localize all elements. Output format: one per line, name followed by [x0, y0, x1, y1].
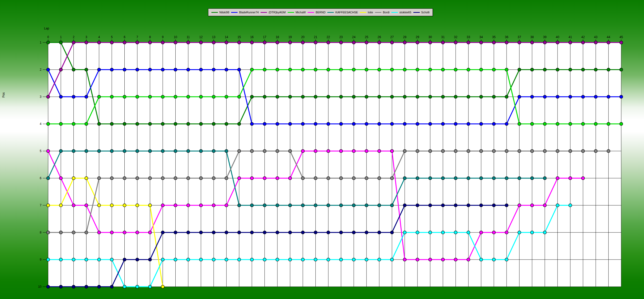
- data-point-bernd: [187, 204, 190, 207]
- data-point-dtr-byagm: [403, 41, 406, 44]
- data-point-dtr-byagm: [620, 41, 623, 44]
- data-point-dtr-byagm: [556, 41, 559, 44]
- data-point-nilski98: [352, 95, 356, 99]
- data-point-stokkie65: [505, 258, 508, 261]
- data-point-dtr-byagm: [352, 41, 356, 44]
- data-point-bordi: [556, 150, 559, 153]
- data-point-bordi: [276, 150, 279, 153]
- data-point-kaffeesachse: [505, 177, 508, 180]
- data-point-bladerunner74: [543, 95, 546, 99]
- data-point-nilski98: [441, 95, 445, 99]
- data-point-bladerunner74: [238, 68, 241, 71]
- data-point-stokkie65: [454, 231, 457, 234]
- data-point-dtr-byagm: [174, 41, 177, 44]
- data-point-scholli: [428, 204, 432, 207]
- data-point-bordi: [199, 177, 203, 180]
- data-point-bladerunner74: [518, 95, 521, 99]
- data-point-stokkie65: [123, 285, 126, 289]
- data-point-stokkie65: [47, 258, 50, 261]
- data-point-dtr-byagm: [454, 41, 457, 44]
- data-point-bladerunner74: [505, 122, 508, 126]
- y-tick-label: 8: [40, 231, 41, 234]
- x-tick-label: 42: [581, 35, 585, 39]
- data-point-bordi: [378, 177, 381, 180]
- data-point-bordi: [428, 150, 432, 153]
- data-point-loite: [110, 204, 113, 207]
- data-point-scholli: [212, 231, 216, 234]
- data-point-bordi: [365, 177, 368, 180]
- data-point-stokkie65: [301, 258, 305, 261]
- legend: Nilski98BladeRunner74(DTR)byAGMMichaWBER…: [208, 8, 433, 16]
- y-tick-label: 3: [40, 95, 41, 99]
- data-point-dtr-byagm: [569, 41, 572, 44]
- data-point-bladerunner74: [378, 122, 381, 126]
- data-point-scholli: [479, 204, 483, 207]
- data-point-dtr-byagm: [441, 41, 445, 44]
- data-point-bordi: [263, 150, 266, 153]
- data-point-bordi: [288, 150, 292, 153]
- data-point-bordi: [607, 150, 610, 153]
- data-point-bladerunner74: [174, 68, 177, 71]
- data-point-scholli: [467, 204, 470, 207]
- data-point-bordi: [314, 177, 317, 180]
- data-point-scholli: [339, 231, 343, 234]
- data-point-dtr-byagm: [428, 41, 432, 44]
- data-point-michaw: [492, 68, 496, 71]
- data-point-bernd: [110, 231, 113, 234]
- legend-label: (DTR)byAGM: [269, 11, 286, 14]
- data-point-scholli: [161, 231, 165, 234]
- data-point-dtr-byagm: [543, 41, 546, 44]
- data-point-bernd: [530, 204, 534, 207]
- data-point-bladerunner74: [569, 95, 572, 99]
- data-point-bernd: [441, 258, 445, 261]
- legend-swatch-bernd: [308, 12, 314, 13]
- data-point-michaw: [225, 95, 228, 99]
- data-point-kaffeesachse: [327, 204, 330, 207]
- data-point-scholli: [98, 285, 101, 289]
- x-tick-label: 22: [327, 35, 330, 39]
- data-point-bladerunner74: [288, 122, 292, 126]
- data-point-dtr-byagm: [85, 41, 88, 44]
- data-point-scholli: [492, 204, 496, 207]
- x-tick-label: 9: [162, 35, 164, 39]
- data-point-kaffeesachse: [390, 204, 394, 207]
- data-point-stokkie65: [110, 258, 113, 261]
- data-point-dtr-byagm: [199, 41, 203, 44]
- legend-swatch-michaw: [288, 12, 294, 13]
- data-point-bernd: [276, 177, 279, 180]
- data-point-kaffeesachse: [187, 150, 190, 153]
- x-tick-label: 37: [518, 35, 521, 39]
- data-point-nilski98: [378, 95, 381, 99]
- data-point-kaffeesachse: [250, 204, 254, 207]
- data-point-bernd: [365, 150, 368, 153]
- x-tick-label: 29: [416, 35, 419, 39]
- data-point-bernd: [416, 258, 419, 261]
- data-point-nilski98: [518, 68, 521, 71]
- data-point-scholli: [288, 231, 292, 234]
- y-tick-label: 7: [40, 204, 41, 207]
- data-point-michaw: [123, 95, 126, 99]
- data-point-kaffeesachse: [59, 150, 62, 153]
- data-point-nilski98: [620, 68, 623, 71]
- x-tick-label: 12: [199, 35, 203, 39]
- data-point-michaw: [505, 68, 508, 71]
- data-point-bordi: [569, 150, 572, 153]
- data-point-dtr-byagm: [59, 68, 62, 71]
- data-point-kaffeesachse: [403, 177, 406, 180]
- data-point-michaw: [72, 122, 75, 126]
- data-point-michaw: [288, 68, 292, 71]
- data-point-stokkie65: [365, 258, 368, 261]
- data-point-stokkie65: [441, 231, 445, 234]
- data-point-stokkie65: [72, 258, 75, 261]
- data-point-kaffeesachse: [161, 150, 165, 153]
- data-point-stokkie65: [98, 258, 101, 261]
- data-point-scholli: [123, 258, 126, 261]
- data-point-stokkie65: [161, 258, 165, 261]
- x-tick-label: 19: [288, 35, 292, 39]
- data-point-nilski98: [314, 95, 317, 99]
- data-point-bordi: [161, 177, 165, 180]
- data-point-bordi: [352, 177, 356, 180]
- data-point-bernd: [174, 204, 177, 207]
- data-point-michaw: [161, 95, 165, 99]
- legend-item-bladerunner74: BladeRunner74: [231, 11, 259, 14]
